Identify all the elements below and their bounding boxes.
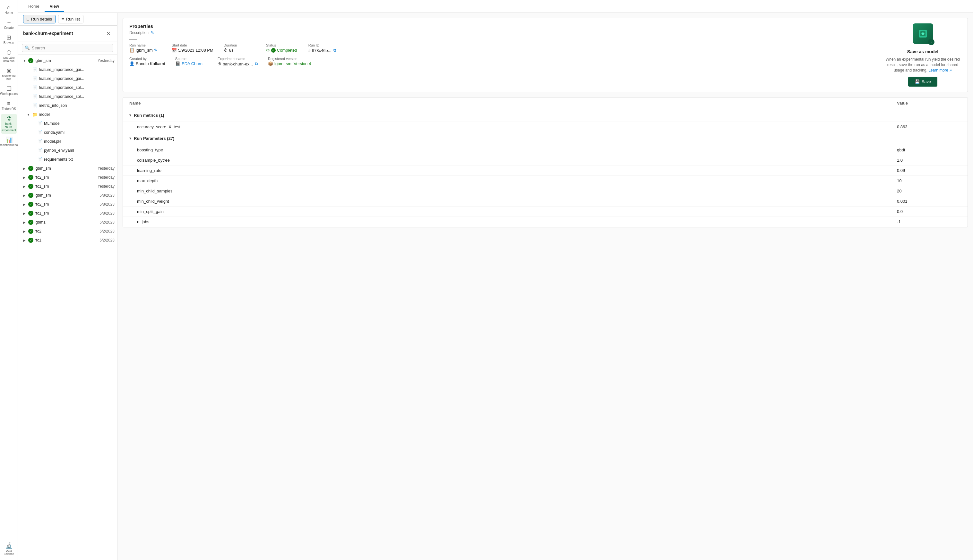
create-icon: ＋: [6, 20, 12, 25]
tree-item-rfc1_sm_1[interactable]: ▶ ✓ rfc1_sm Yesterday: [18, 182, 117, 191]
calendar-icon: 📅: [172, 48, 177, 53]
run-name-value: 📋 lgbm_sm ✎: [129, 48, 162, 53]
tree-item-rfc1[interactable]: ▶ ✓ rfc1 5/2/2023: [18, 236, 117, 245]
tree-label: feature_importance_spl...: [39, 94, 115, 99]
param-row-max-depth: max_depth 10: [123, 175, 968, 186]
sidebar-item-browse[interactable]: ⊞ Browse: [1, 33, 17, 47]
chevron-right-icon: ▶: [22, 211, 27, 216]
datascience-icon: 🔬: [5, 543, 13, 548]
sidebar-item-workspaces[interactable]: ❏ Workspaces: [1, 84, 17, 98]
content-area: □ Run details ≡ Run list bank-churn-expe…: [18, 13, 973, 560]
search-input[interactable]: [32, 45, 110, 50]
tree-item-lgbm_sm_1[interactable]: ▾ ✓ lgbm_sm Yesterday: [18, 56, 117, 65]
run-metrics-label: Run metrics (1): [134, 113, 164, 118]
tree-label: metric_info.json: [39, 103, 115, 108]
tree-label: rfc1_sm: [35, 211, 98, 215]
sidebar-item-label: Workspaces: [0, 92, 18, 96]
tree-item-requirements[interactable]: 📄 requirements.txt: [18, 155, 117, 164]
run-parameters-header[interactable]: ▾ Run Parameters (27): [123, 132, 968, 145]
edit-description-icon[interactable]: ✎: [150, 30, 154, 35]
tree-date: Yesterday: [98, 184, 115, 188]
tree-item-lgbm1[interactable]: ▶ ✓ lgbm1 5/2/2023: [18, 218, 117, 227]
tree-item-metric[interactable]: 📄 metric_info.json: [18, 101, 117, 110]
sidebar-item-monitoring[interactable]: ◉ Monitoring hub: [1, 66, 17, 82]
tree-item-rfc2[interactable]: ▶ ✓ rfc2 5/2/2023: [18, 227, 117, 236]
tree-item-fi4[interactable]: 📄 feature_importance_spl...: [18, 92, 117, 101]
tree-label: feature_importance_spl...: [39, 85, 115, 90]
save-icon: 💾: [915, 79, 920, 84]
tree-item-mlmodel[interactable]: 📄 MLmodel: [18, 119, 117, 128]
tree-date: Yesterday: [98, 166, 115, 171]
tree-item-fi3[interactable]: 📄 feature_importance_spl...: [18, 83, 117, 92]
close-panel-button[interactable]: ✕: [104, 30, 112, 37]
sidebar-item-onelake[interactable]: ⬡ OneLake data hub: [1, 48, 17, 65]
divider: [129, 39, 137, 40]
spacer: [31, 157, 36, 162]
copy-experiment-icon[interactable]: ⧉: [255, 61, 258, 67]
sidebar-item-bank-churn[interactable]: ⚗ bank-churn-experiment: [1, 114, 17, 134]
monitoring-icon: ◉: [7, 68, 12, 73]
tree-item-conda[interactable]: 📄 conda.yaml: [18, 128, 117, 137]
edit-run-name-icon[interactable]: ✎: [154, 48, 158, 53]
properties-row-1: Run name 📋 lgbm_sm ✎ Start date: [129, 43, 873, 53]
file-icon: 📄: [37, 157, 43, 162]
metrics-card: Name Value ▾ Run metrics (1) accuracy_sc…: [123, 97, 968, 227]
tree-item-fi1[interactable]: 📄 feature_importance_gai...: [18, 65, 117, 74]
sidebar-item-datascience[interactable]: 🔬 Data Science: [1, 541, 17, 557]
hash-icon: #: [309, 48, 310, 53]
status-complete-icon: ✓: [28, 211, 33, 216]
sidebar-item-create[interactable]: ＋ Create: [1, 18, 17, 32]
search-wrapper[interactable]: 🔍: [22, 44, 113, 52]
learn-more-link[interactable]: Learn more: [928, 68, 948, 72]
status-complete-icon: ✓: [28, 175, 33, 180]
start-date-label: Start date: [172, 43, 214, 47]
chevron-right-icon: ▶: [22, 229, 27, 234]
copy-run-id-icon[interactable]: ⧉: [334, 48, 336, 53]
param-value: 1.0: [897, 158, 961, 163]
save-model-button[interactable]: 💾 Save: [908, 77, 938, 87]
description-label: Description: [129, 30, 149, 35]
col-name-header: Name: [129, 101, 897, 105]
status-complete-icon: ✓: [28, 58, 33, 63]
sidebar-item-tridentds[interactable]: ≡ TridentDS: [1, 99, 17, 113]
start-date-value: 📅 5/9/2023 12:08 PM: [172, 48, 214, 53]
tree-item-lgbm_sm_3[interactable]: ▶ ✓ lgbm_sm 5/8/2023: [18, 191, 117, 200]
tree-item-pythonenv[interactable]: 📄 python_env.yaml: [18, 146, 117, 155]
browse-icon: ⊞: [7, 35, 11, 40]
tree-item-rfc2_sm_2[interactable]: ▶ ✓ rfc2_sm 5/8/2023: [18, 200, 117, 209]
tree-item-modelpkl[interactable]: 📄 model.pkl: [18, 137, 117, 146]
sidebar-item-home[interactable]: ⌂ Home: [1, 3, 17, 17]
tree-item-rfc2_sm_1[interactable]: ▶ ✓ rfc2_sm Yesterday: [18, 173, 117, 182]
run-details-button[interactable]: □ Run details: [23, 15, 55, 23]
chevron-right-icon: ▶: [22, 184, 27, 189]
top-nav: Home View: [18, 0, 973, 13]
tree-date: 5/8/2023: [100, 193, 115, 198]
tree-date: 5/8/2023: [100, 202, 115, 207]
tree-date: 5/8/2023: [100, 211, 115, 215]
experiment-name-label: Experiment name: [218, 57, 258, 61]
tree-item-rfc1_sm_2[interactable]: ▶ ✓ rfc1_sm 5/8/2023: [18, 209, 117, 218]
section-chevron-down-icon: ▾: [129, 113, 131, 117]
tab-home[interactable]: Home: [23, 1, 45, 12]
tree-item-fi2[interactable]: 📄 feature_importance_gai...: [18, 74, 117, 83]
onelake-icon: ⬡: [7, 50, 12, 55]
metric-row-accuracy: accuracy_score_X_test 0.863: [123, 122, 968, 132]
param-row-boosting: boosting_type gbdt: [123, 145, 968, 155]
tree-label: feature_importance_gai...: [39, 67, 115, 72]
run-list-button[interactable]: ≡ Run list: [58, 15, 83, 23]
sidebar-item-prediction[interactable]: 📊 PredictionReport: [1, 135, 17, 148]
tree-label: requirements.txt: [44, 157, 115, 162]
tree-item-model-folder[interactable]: ▾ 📁 model: [18, 110, 117, 119]
spacer: [31, 148, 36, 153]
prediction-icon: 📊: [5, 137, 13, 143]
tree-label: feature_importance_gai...: [39, 76, 115, 81]
sidebar-item-label: Monitoring hub: [2, 74, 15, 80]
left-panel: □ Run details ≡ Run list bank-churn-expe…: [18, 13, 117, 560]
workspaces-icon: ❏: [7, 86, 12, 92]
run-metrics-header[interactable]: ▾ Run metrics (1): [123, 109, 968, 122]
duration-value: ⏱ 8s: [224, 48, 256, 53]
tab-view[interactable]: View: [45, 1, 64, 12]
registered-version-label: Registered version: [268, 57, 311, 61]
col-value-header: Value: [897, 101, 961, 105]
tree-item-lgbm_sm_2[interactable]: ▶ ✓ lgbm_sm Yesterday: [18, 164, 117, 173]
